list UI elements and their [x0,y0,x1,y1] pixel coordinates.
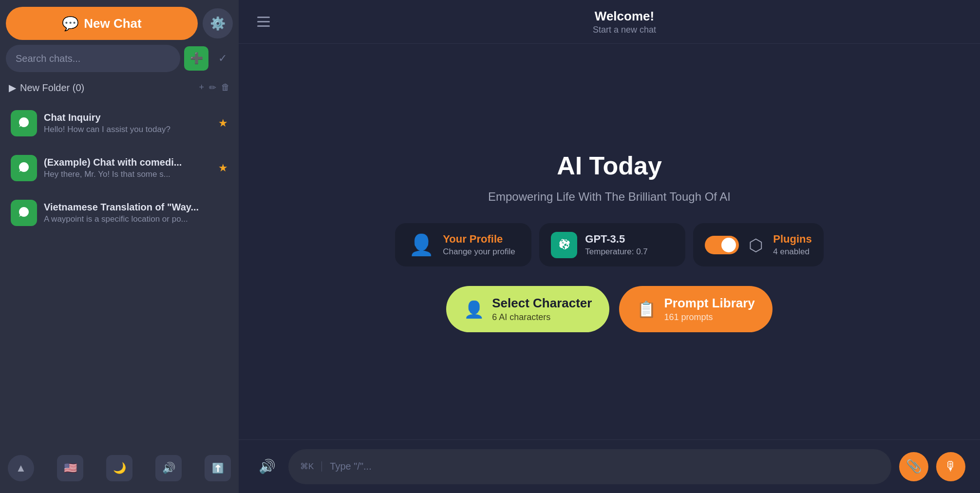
microphone-icon: 🎙 [944,459,957,474]
sidebar: 💬 New Chat ⚙️ ➕ ✓ ▶ New Folder (0) + ✏ 🗑 [0,0,239,493]
chat-item[interactable]: Chat Inquiry Hello! How can I assist you… [6,103,233,143]
chat-title: Vietnamese Translation of "Way... [44,202,228,213]
add-folder-button[interactable]: ➕ [184,46,208,71]
settings-button[interactable]: ⚙️ [203,8,233,38]
star-icon[interactable]: ★ [218,117,228,130]
folder-label: New Folder (0) [20,82,195,94]
cmd-k-label: ⌘K [300,461,322,472]
star-icon[interactable]: ★ [218,162,228,174]
dark-mode-button[interactable]: 🌙 [106,455,132,481]
your-profile-card[interactable]: 👤 Your Profile Change your profile [395,223,531,266]
main-header: Welcome! Start a new chat [239,0,980,44]
upload-icon: ⬆️ [212,462,224,474]
avatar [11,155,37,181]
prompt-library-card[interactable]: 📋 Prompt Library 161 prompts [619,286,772,332]
sidebar-bottom: ▲ 🇺🇸 🌙 🔊 ⬆️ [6,450,233,486]
folder-add-icon[interactable]: + [199,82,204,93]
header-subtitle: Start a new chat [283,25,965,35]
volume-button[interactable]: 🔊 [155,455,182,481]
character-person-icon: 👤 [464,300,484,319]
avatar [11,110,37,136]
search-row: ➕ ✓ [6,45,233,72]
new-chat-label: New Chat [84,16,141,31]
openai-logo-wrap [551,232,577,258]
new-chat-button[interactable]: 💬 New Chat [6,7,198,40]
header-title: Welcome! [283,9,965,24]
sidebar-top: 💬 New Chat ⚙️ [6,7,233,40]
chat-bubble-icon: 💬 [62,16,79,32]
avatar [11,200,37,226]
cards-row-1: 👤 Your Profile Change your profile GPT-3… [395,223,823,266]
chat-info: Vietnamese Translation of "Way... A wayp… [44,202,228,224]
folder-delete-icon[interactable]: 🗑 [221,82,230,93]
chat-input-wrapper: ⌘K [288,449,891,484]
collapse-button[interactable]: ▲ [8,455,34,481]
profile-card-text: Your Profile Change your profile [443,233,515,257]
header-title-block: Welcome! Start a new chat [283,9,965,35]
folder-actions: + ✏ 🗑 [199,82,230,93]
cards-row-2: 👤 Select Character 6 AI characters 📋 Pro… [446,286,773,332]
paperclip-icon: 📎 [906,459,922,474]
gear-icon: ⚙️ [210,16,226,31]
gpt-card-title: GPT-3.5 [585,233,648,246]
chat-text-input[interactable] [330,461,880,472]
chat-preview: Hello! How can I assist you today? [44,125,211,134]
welcome-subtitle: Empowering Life With The Brilliant Tough… [488,190,731,204]
chat-title: (Example) Chat with comedi... [44,157,211,168]
chat-title: Chat Inquiry [44,112,211,123]
prompt-list-icon: 📋 [637,300,656,319]
volume-icon: 🔊 [162,462,175,474]
toggle-switch[interactable] [705,236,739,254]
plugins-card-title: Plugins [773,233,811,246]
profile-card-sub: Change your profile [443,247,515,257]
gpt-card-text: GPT-3.5 Temperature: 0.7 [585,233,648,257]
person-icon: 👤 [409,233,434,257]
toggle-plugins-card[interactable]: ⬡ Plugins 4 enabled [693,223,823,266]
chat-preview: A waypoint is a specific location or po.… [44,214,228,224]
chat-preview: Hey there, Mr. Yo! Is that some s... [44,170,211,179]
openai-icon [556,237,572,253]
microphone-button[interactable]: 🎙 [936,452,965,481]
up-arrow-icon: ▲ [16,462,26,474]
voice-activity-button[interactable]: 🔊 [253,453,281,480]
chat-info: Chat Inquiry Hello! How can I assist you… [44,112,211,134]
welcome-title: AI Today [557,151,662,180]
search-input[interactable] [6,45,180,72]
moon-icon: 🌙 [113,462,126,474]
chevron-right-icon: ▶ [9,82,16,94]
plus-icon: ➕ [190,52,203,65]
prompt-card-text: Prompt Library 161 prompts [664,296,754,322]
character-card-text: Select Character 6 AI characters [492,296,592,322]
upload-button[interactable]: ⬆️ [205,455,231,481]
person-voice-icon: 🔊 [259,458,276,474]
plugins-card-text: Plugins 4 enabled [773,233,811,257]
folder-edit-icon[interactable]: ✏ [209,82,216,93]
character-card-sub: 6 AI characters [492,312,592,322]
gpt-card-sub: Temperature: 0.7 [585,247,648,257]
main-footer: 🔊 ⌘K 📎 🎙 [239,439,980,493]
main-body: AI Today Empowering Life With The Brilli… [239,44,980,439]
profile-card-title: Your Profile [443,233,515,246]
attach-button[interactable]: 📎 [899,452,928,481]
select-character-card[interactable]: 👤 Select Character 6 AI characters [446,286,609,332]
flag-button[interactable]: 🇺🇸 [57,455,83,481]
chat-info: (Example) Chat with comedi... Hey there,… [44,157,211,179]
chat-item[interactable]: Vietnamese Translation of "Way... A wayp… [6,193,233,233]
folder-row[interactable]: ▶ New Folder (0) + ✏ 🗑 [6,77,233,98]
chevron-down-button[interactable]: ✓ [212,48,233,69]
prompt-card-title: Prompt Library [664,296,754,311]
flag-icon: 🇺🇸 [64,462,77,474]
gpt-card[interactable]: GPT-3.5 Temperature: 0.7 [539,223,685,266]
chevron-down-icon: ✓ [218,52,227,65]
hamburger-line [257,25,270,27]
prompt-card-sub: 161 prompts [664,312,754,322]
character-card-title: Select Character [492,296,592,311]
main-panel: Welcome! Start a new chat AI Today Empow… [239,0,980,493]
plugin-cube-icon: ⬡ [749,235,763,255]
hamburger-line [257,21,270,22]
chat-item[interactable]: (Example) Chat with comedi... Hey there,… [6,148,233,188]
hamburger-line [257,17,270,18]
hamburger-button[interactable] [253,13,274,31]
plugins-card-sub: 4 enabled [773,247,811,257]
